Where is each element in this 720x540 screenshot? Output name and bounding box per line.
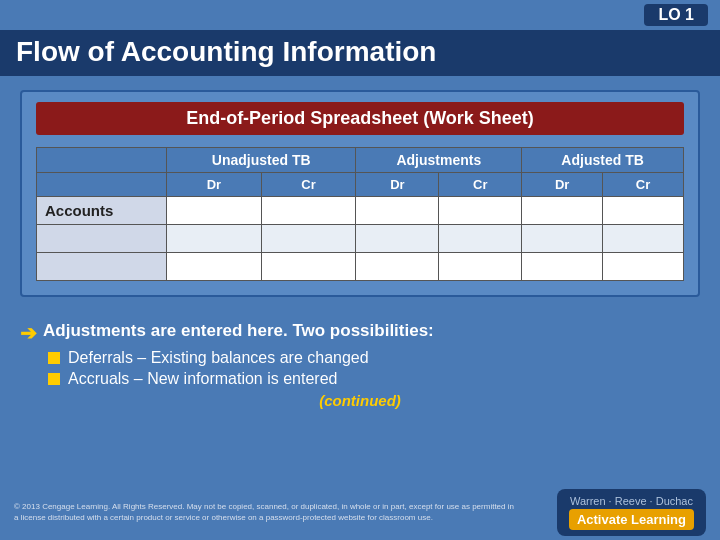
table-header-row: Unadjusted TB Adjustments Adjusted TB	[37, 148, 684, 173]
worksheet-table: Unadjusted TB Adjustments Adjusted TB Dr…	[36, 147, 684, 281]
accounts-header	[37, 148, 167, 173]
main-content: End-of-Period Spreadsheet (Work Sheet) U…	[0, 76, 720, 311]
data-cell-7	[167, 225, 262, 253]
data-cell-12	[603, 225, 684, 253]
top-bar: LO 1	[0, 0, 720, 30]
bullet-text-1: Deferrals – Existing balances are change…	[68, 349, 369, 367]
table-row: Accounts	[37, 197, 684, 225]
brand-badge: Warren · Reeve · Duchac Activate Learnin…	[557, 489, 706, 536]
data-cell-9	[356, 225, 439, 253]
data-cell-10	[439, 225, 522, 253]
table-row-3	[37, 253, 684, 281]
arrow-text: Adjustments are entered here. Two possib…	[43, 321, 434, 341]
data-cell-18	[603, 253, 684, 281]
body-text: ➔ Adjustments are entered here. Two poss…	[0, 311, 720, 413]
data-cell-5	[522, 197, 603, 225]
continued-text: (continued)	[20, 392, 700, 409]
table-subheader-row: Dr Cr Dr Cr Dr Cr	[37, 173, 684, 197]
data-cell-11	[522, 225, 603, 253]
page-title: Flow of Accounting Information	[16, 36, 704, 68]
accounts-cell: Accounts	[37, 197, 167, 225]
data-cell-8	[261, 225, 356, 253]
title-bar: Flow of Accounting Information	[0, 30, 720, 76]
adjt-cr-header: Cr	[603, 173, 684, 197]
data-cell-17	[522, 253, 603, 281]
unadjusted-tb-header: Unadjusted TB	[167, 148, 356, 173]
footer: © 2013 Cengage Learning. All Rights Rese…	[0, 485, 720, 540]
worksheet-title: End-of-Period Spreadsheet (Work Sheet)	[36, 102, 684, 135]
accounts-cell-2	[37, 225, 167, 253]
adj-dr-header: Dr	[356, 173, 439, 197]
bullet-list: Deferrals – Existing balances are change…	[48, 349, 700, 388]
unadj-dr-header: Dr	[167, 173, 262, 197]
lo-badge: LO 1	[644, 4, 708, 26]
accounts-cell-3	[37, 253, 167, 281]
bullet-square-2	[48, 373, 60, 385]
list-item-2: Accruals – New information is entered	[48, 370, 700, 388]
brand-names: Warren · Reeve · Duchac	[569, 495, 694, 507]
data-cell-2	[261, 197, 356, 225]
data-cell-14	[261, 253, 356, 281]
data-cell-3	[356, 197, 439, 225]
data-cell-6	[603, 197, 684, 225]
table-row-2	[37, 225, 684, 253]
list-item-1: Deferrals – Existing balances are change…	[48, 349, 700, 367]
arrow-icon: ➔	[20, 321, 37, 345]
adjt-dr-header: Dr	[522, 173, 603, 197]
unadj-cr-header: Cr	[261, 173, 356, 197]
data-cell-4	[439, 197, 522, 225]
data-cell-13	[167, 253, 262, 281]
adjusted-tb-header: Adjusted TB	[522, 148, 684, 173]
arrow-point: ➔ Adjustments are entered here. Two poss…	[20, 321, 700, 345]
bullet-text-2: Accruals – New information is entered	[68, 370, 337, 388]
bullet-square-1	[48, 352, 60, 364]
data-cell-1	[167, 197, 262, 225]
activate-learning-label: Activate Learning	[569, 509, 694, 530]
data-cell-15	[356, 253, 439, 281]
adjustments-header: Adjustments	[356, 148, 522, 173]
worksheet-card: End-of-Period Spreadsheet (Work Sheet) U…	[20, 90, 700, 297]
data-cell-16	[439, 253, 522, 281]
adj-cr-header: Cr	[439, 173, 522, 197]
accounts-subheader	[37, 173, 167, 197]
copyright-text: © 2013 Cengage Learning. All Rights Rese…	[14, 502, 514, 523]
